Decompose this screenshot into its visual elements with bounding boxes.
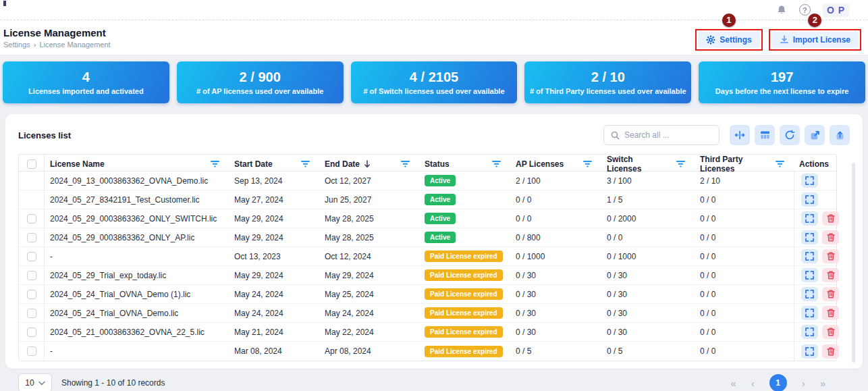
- page-size-value: 10: [25, 378, 34, 388]
- status-badge: Active: [425, 175, 456, 186]
- import-download-icon: [780, 35, 789, 45]
- settings-button[interactable]: Settings: [698, 32, 759, 48]
- delete-button[interactable]: [822, 268, 839, 282]
- expand-details-button[interactable]: [801, 325, 818, 339]
- expand-details-button[interactable]: [801, 211, 818, 226]
- last-page-button[interactable]: »: [820, 378, 825, 388]
- table-row: - Oct 13, 2023 Oct 12, 2024 Paid License…: [19, 247, 836, 266]
- column-header-label: Actions: [799, 159, 829, 169]
- upload-button[interactable]: [830, 125, 850, 145]
- cell-switch-licenses: 0 / 0: [601, 233, 695, 242]
- expand-details-button[interactable]: [801, 249, 818, 263]
- row-checkbox[interactable]: [27, 252, 36, 261]
- import-annotation-box: 2 Import License: [769, 29, 861, 51]
- cell-switch-licenses: 0 / 30: [601, 309, 695, 318]
- row-checkbox[interactable]: [27, 233, 36, 242]
- delete-button[interactable]: [822, 287, 839, 301]
- expand-details-button[interactable]: [801, 230, 818, 244]
- filter-icon[interactable]: [676, 161, 685, 167]
- user-avatar-initials[interactable]: O P: [823, 3, 849, 17]
- refresh-button[interactable]: [780, 125, 800, 145]
- fit-columns-button[interactable]: [730, 125, 750, 145]
- column-header-label: AP Licenses: [516, 159, 564, 169]
- page-size-select[interactable]: 10: [18, 373, 52, 391]
- column-header[interactable]: AP Licenses: [510, 155, 601, 174]
- next-page-button[interactable]: ›: [802, 378, 805, 388]
- stat-card-value: 197: [771, 70, 793, 85]
- table-row: - Mar 08, 2024 Apr 08, 2024 Paid License…: [19, 342, 836, 361]
- delete-button[interactable]: [822, 230, 839, 244]
- row-checkbox[interactable]: [27, 309, 36, 318]
- stat-card-label: Licenses imported and activated: [28, 87, 144, 95]
- records-summary: Showing 1 - 10 of 10 records: [61, 378, 165, 388]
- cell-switch-licenses: 1 / 5: [601, 195, 695, 205]
- columns-button[interactable]: [755, 125, 775, 145]
- breadcrumb-settings[interactable]: Settings: [3, 41, 30, 49]
- filter-icon[interactable]: [301, 161, 310, 167]
- current-page-button[interactable]: 1: [769, 374, 787, 391]
- first-page-button[interactable]: «: [730, 378, 736, 388]
- row-checkbox[interactable]: [27, 214, 36, 224]
- search-input[interactable]: [624, 130, 705, 140]
- status-badge: Paid License expired: [425, 346, 503, 357]
- column-header[interactable]: Start Date: [229, 155, 319, 174]
- delete-button[interactable]: [822, 344, 839, 359]
- column-header[interactable]: Switch Licenses: [601, 155, 695, 174]
- cell-end-date: May 22, 2024: [319, 328, 419, 337]
- select-all-checkbox[interactable]: [27, 159, 36, 169]
- stat-cards: 4 Licenses imported and activated 2 / 90…: [3, 61, 865, 103]
- expand-details-button[interactable]: [801, 344, 818, 359]
- expand-details-button[interactable]: [801, 192, 818, 207]
- row-checkbox[interactable]: [27, 271, 36, 280]
- cell-ap-licenses: 0 / 30: [510, 309, 601, 318]
- column-header[interactable]: License Name: [45, 155, 229, 174]
- search-box[interactable]: [603, 125, 720, 145]
- sort-descending-icon[interactable]: [364, 160, 371, 168]
- table-row: 2024_05_24_Trial_OVNA_Demo.lic May 24, 2…: [19, 304, 836, 323]
- breadcrumb-current: License Management: [39, 41, 110, 49]
- delete-button[interactable]: [822, 306, 839, 320]
- previous-page-button[interactable]: ‹: [751, 378, 755, 388]
- delete-button[interactable]: [822, 325, 839, 339]
- filter-icon[interactable]: [401, 161, 410, 167]
- stat-card: 2 / 900 # of AP licenses used over avail…: [177, 61, 344, 103]
- filter-icon[interactable]: [776, 161, 784, 167]
- sidebar-edge-mark: [3, 1, 6, 6]
- expand-details-button[interactable]: [801, 287, 818, 301]
- breadcrumb-separator-icon: ›: [34, 41, 36, 49]
- filter-icon[interactable]: [211, 161, 219, 167]
- status-badge: Paid License expired: [425, 326, 503, 338]
- filter-icon[interactable]: [492, 161, 501, 167]
- help-icon[interactable]: ?: [799, 4, 811, 16]
- column-header[interactable]: Status: [419, 155, 510, 174]
- row-checkbox[interactable]: [27, 328, 36, 337]
- stat-card: 2 / 10 # of Third Party licenses used ov…: [524, 61, 691, 103]
- import-license-button[interactable]: Import License: [771, 32, 859, 48]
- pagination: « ‹ 1 › »: [730, 374, 825, 391]
- expand-details-button[interactable]: [801, 174, 818, 188]
- cell-ap-licenses: 0 / 30: [510, 290, 601, 299]
- export-button[interactable]: [805, 125, 825, 145]
- cell-ap-licenses: 0 / 5: [510, 346, 601, 356]
- column-header[interactable]: End Date: [319, 155, 419, 174]
- cell-third-party-licenses: 0 / 0: [695, 290, 794, 299]
- row-checkbox[interactable]: [27, 346, 36, 356]
- table-row: 2024_05_24_Trial_OVNA_Demo (1).lic May 2…: [19, 285, 836, 304]
- row-checkbox[interactable]: [27, 290, 36, 299]
- breadcrumb: Settings › License Management: [3, 41, 111, 49]
- cell-third-party-licenses: 0 / 0: [695, 233, 794, 242]
- vertical-scrollbar[interactable]: [852, 163, 855, 363]
- cell-third-party-licenses: 0 / 0: [695, 328, 794, 337]
- table-row: 2024_05_29_0003863362_ONLY_AP.lic May 29…: [19, 228, 836, 247]
- delete-button[interactable]: [822, 249, 839, 263]
- notifications-bell-icon[interactable]: [776, 5, 787, 16]
- column-header-label: Start Date: [234, 159, 273, 169]
- filter-icon[interactable]: [583, 161, 592, 167]
- expand-details-button[interactable]: [801, 268, 818, 282]
- expand-details-button[interactable]: [801, 306, 818, 320]
- column-header[interactable]: Third Party Licenses: [695, 155, 794, 174]
- stat-card-value: 4: [82, 70, 90, 85]
- cell-license-name: 2024_05_29_0003863362_ONLY_SWITCH.lic: [45, 214, 229, 224]
- delete-button[interactable]: [822, 211, 839, 226]
- stat-card: 197 Days before the next license to expi…: [699, 61, 865, 103]
